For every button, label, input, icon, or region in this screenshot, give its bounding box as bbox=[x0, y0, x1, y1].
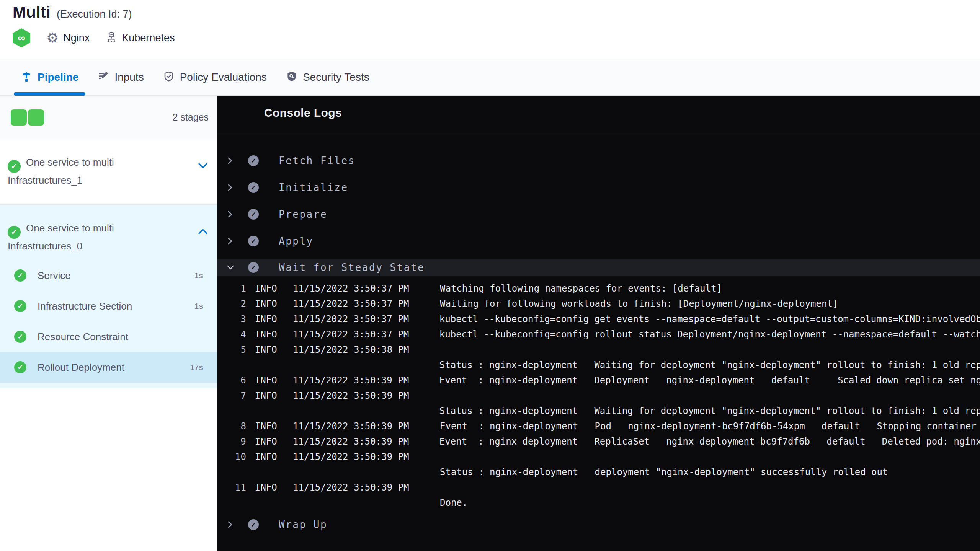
log-timestamp: 11/15/2022 3:50:38 PM bbox=[293, 344, 410, 355]
log-level: INFO bbox=[255, 421, 277, 432]
console-step-initialize[interactable]: ✓ Initialize bbox=[217, 179, 980, 196]
log-message: Watching following namespaces for events… bbox=[440, 283, 722, 294]
step-success-icon: ✓ bbox=[248, 209, 259, 220]
success-check-icon: ✓ bbox=[14, 269, 26, 282]
tab-pipeline[interactable]: Pipeline bbox=[21, 59, 78, 96]
policy-shield-icon bbox=[163, 71, 175, 84]
stage-count: 2 stages bbox=[172, 112, 209, 123]
infrastructure-chip-kubernetes[interactable]: Kubernetes bbox=[106, 31, 175, 45]
chevron-right-icon[interactable] bbox=[227, 520, 234, 529]
log-line: Status : nginx-deployment Waiting for de… bbox=[217, 403, 980, 419]
pipeline-icon bbox=[21, 71, 32, 84]
log-line-number: 6 bbox=[217, 375, 246, 386]
log-timestamp: 11/15/2022 3:50:39 PM bbox=[293, 436, 409, 447]
chevron-right-icon[interactable] bbox=[227, 210, 234, 218]
tab-label: Inputs bbox=[114, 71, 144, 83]
console-step-label: Wrap Up bbox=[279, 519, 327, 530]
stage-status-square[interactable] bbox=[11, 109, 27, 126]
stages-sidebar: 2 stages ✓One service to multi Infrastru… bbox=[0, 96, 217, 551]
log-message: Status : nginx-deployment deployment "ng… bbox=[440, 467, 888, 478]
log-line-number: 7 bbox=[217, 390, 246, 401]
log-timestamp: 11/15/2022 3:50:37 PM bbox=[293, 283, 410, 294]
stage-steps-list: ✓ Service 1s ✓ Infrastructure Section 1s… bbox=[0, 260, 217, 383]
log-message: Event : nginx-deployment Pod nginx-deplo… bbox=[440, 421, 977, 432]
tab-security-tests[interactable]: Security Tests bbox=[286, 59, 369, 96]
success-check-icon: ✓ bbox=[14, 361, 26, 373]
log-level: INFO bbox=[255, 436, 277, 447]
log-timestamp: 11/15/2022 3:50:39 PM bbox=[293, 421, 410, 432]
header: Multi (Execution Id: 7) ∞ ⚙ Nginx bbox=[0, 0, 980, 59]
log-message: Status : nginx-deployment Waiting for de… bbox=[439, 406, 980, 416]
log-line-number: 11 bbox=[217, 482, 246, 493]
chevron-right-icon[interactable] bbox=[227, 183, 234, 192]
log-lines: 1 INFO 11/15/2022 3:50:37 PM Watching fo… bbox=[217, 281, 980, 510]
log-line-number: 1 bbox=[217, 283, 246, 294]
log-line-number: 9 bbox=[217, 436, 246, 447]
log-level: INFO bbox=[255, 482, 277, 493]
stage-label: One service to multi Infrastructures_0 bbox=[8, 222, 114, 252]
tab-bar: Pipeline Inputs Policy Evaluations bbox=[0, 59, 980, 96]
service-chip-nginx[interactable]: ⚙ Nginx bbox=[46, 31, 90, 45]
log-message: kubectl --kubeconfig=config rollout stat… bbox=[439, 329, 980, 340]
harness-cd-icon: ∞ bbox=[13, 28, 30, 47]
console-logs-panel: Console Logs ✓ Fetch Files ✓ Initialize … bbox=[217, 96, 980, 551]
tab-inputs[interactable]: Inputs bbox=[98, 59, 144, 96]
stage-status-square[interactable] bbox=[28, 109, 44, 126]
log-line-number: 8 bbox=[217, 421, 246, 432]
log-level: INFO bbox=[255, 344, 277, 355]
console-step-label: Prepare bbox=[279, 209, 327, 220]
step-duration: 1s bbox=[194, 302, 203, 311]
log-timestamp: 11/15/2022 3:50:39 PM bbox=[293, 452, 410, 462]
log-line: 6 INFO 11/15/2022 3:50:39 PM Event : ngi… bbox=[217, 373, 980, 388]
success-check-icon: ✓ bbox=[14, 331, 26, 343]
chevron-right-icon[interactable] bbox=[227, 156, 234, 165]
log-line: 11 INFO 11/15/2022 3:50:39 PM bbox=[217, 480, 980, 495]
chevron-up-icon[interactable] bbox=[198, 228, 208, 236]
step-success-icon: ✓ bbox=[248, 182, 259, 193]
step-label: Service bbox=[38, 270, 71, 282]
log-line-number: 2 bbox=[217, 298, 246, 309]
tab-label: Policy Evaluations bbox=[180, 71, 267, 83]
log-message: Event : nginx-deployment ReplicaSet ngin… bbox=[439, 436, 980, 447]
log-line: 3 INFO 11/15/2022 3:50:37 PM kubectl --k… bbox=[217, 311, 980, 327]
log-line-number: 4 bbox=[217, 329, 246, 340]
log-line: 2 INFO 11/15/2022 3:50:37 PM Waiting for… bbox=[217, 296, 980, 311]
console-step-apply[interactable]: ✓ Apply bbox=[217, 232, 980, 250]
console-step-wrap-up[interactable]: ✓ Wrap Up bbox=[217, 516, 980, 533]
log-message: Status : nginx-deployment Waiting for de… bbox=[439, 360, 980, 370]
stage-item-infrastructures-0[interactable]: ✓One service to multi Infrastructures_0 … bbox=[0, 205, 217, 388]
step-row-resource-constraint[interactable]: ✓ Resource Constraint bbox=[0, 321, 217, 352]
services-row: ∞ ⚙ Nginx Kubernetes bbox=[13, 28, 175, 47]
log-line-number: 5 bbox=[217, 344, 246, 355]
chevron-down-icon[interactable] bbox=[227, 265, 234, 270]
execution-id: (Execution Id: 7) bbox=[57, 8, 132, 20]
tab-label: Security Tests bbox=[303, 71, 369, 83]
log-line: Status : nginx-deployment Waiting for de… bbox=[217, 357, 980, 373]
step-row-infrastructure-section[interactable]: ✓ Infrastructure Section 1s bbox=[0, 291, 217, 321]
step-label: Rollout Deployment bbox=[38, 362, 124, 373]
log-message: Event : nginx-deployment Deployment ngin… bbox=[439, 375, 980, 386]
chevron-right-icon[interactable] bbox=[227, 237, 234, 245]
log-timestamp: 11/15/2022 3:50:39 PM bbox=[293, 375, 409, 386]
log-message: Waiting for following workloads to finis… bbox=[440, 298, 838, 309]
log-line: 7 INFO 11/15/2022 3:50:39 PM bbox=[217, 388, 980, 403]
log-message: Done. bbox=[440, 497, 467, 508]
step-success-icon: ✓ bbox=[248, 519, 259, 530]
console-step-prepare[interactable]: ✓ Prepare bbox=[217, 205, 980, 223]
log-line: 5 INFO 11/15/2022 3:50:38 PM bbox=[217, 342, 980, 357]
log-line: 10 INFO 11/15/2022 3:50:39 PM bbox=[217, 449, 980, 465]
step-success-icon: ✓ bbox=[248, 155, 259, 166]
console-step-label: Fetch Files bbox=[279, 155, 355, 166]
success-check-icon: ✓ bbox=[8, 160, 21, 173]
console-step-wait-for-steady-state[interactable]: ✓ Wait for Steady State bbox=[217, 259, 980, 276]
stage-item-infrastructures-1[interactable]: ✓One service to multi Infrastructures_1 bbox=[0, 139, 217, 205]
stages-summary: 2 stages bbox=[0, 96, 217, 139]
chevron-down-icon[interactable] bbox=[198, 163, 208, 170]
step-row-rollout-deployment[interactable]: ✓ Rollout Deployment 17s bbox=[0, 352, 217, 383]
log-level: INFO bbox=[255, 298, 277, 309]
log-line: 1 INFO 11/15/2022 3:50:37 PM Watching fo… bbox=[217, 281, 980, 296]
console-step-fetch-files[interactable]: ✓ Fetch Files bbox=[217, 152, 980, 170]
console-step-label: Wait for Steady State bbox=[279, 262, 425, 273]
step-row-service[interactable]: ✓ Service 1s bbox=[0, 260, 217, 291]
tab-policy-evaluations[interactable]: Policy Evaluations bbox=[163, 59, 267, 96]
